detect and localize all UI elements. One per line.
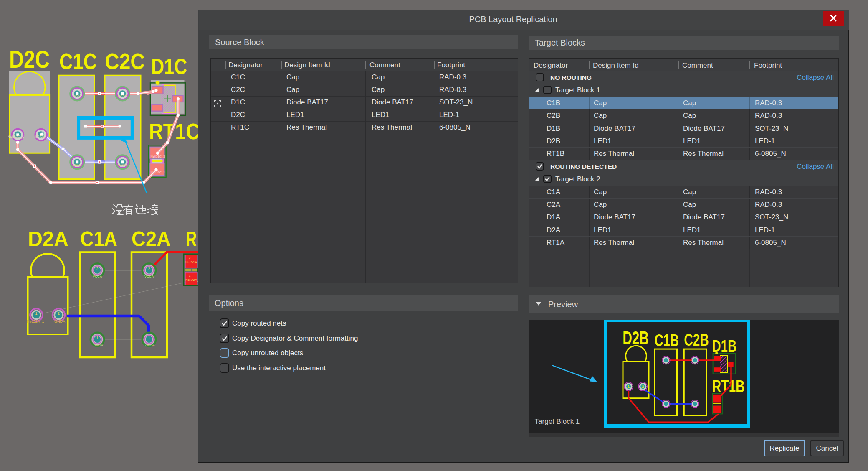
svg-text:1: 1 [628,384,630,389]
svg-text:D1C: D1C [151,54,187,79]
svg-text:GNDA: GNDA [94,344,104,347]
svg-text:Ne:D2A_: Ne:D2A_ [185,278,199,282]
svg-text:1: 1 [96,336,98,340]
svg-text:Target Block 1: Target Block 1 [535,418,580,425]
svg-text:RT1B: RT1B [712,377,745,395]
svg-text:NetD2C_1: NetD2C_1 [8,135,24,139]
svg-text:2: 2 [96,267,98,271]
svg-text:2: 2 [642,384,644,389]
svg-text:C1A: C1A [80,227,117,251]
svg-text:NetD1C_3: NetD1C_3 [151,155,165,158]
svg-text:2: 2 [189,256,191,260]
svg-text:2: 2 [58,311,60,316]
svg-text:GNDC: GNDC [35,135,46,139]
svg-text:VCCA: VCCA [93,275,102,278]
svg-text:D2C: D2C [9,46,50,73]
svg-text:GNDA: GNDA [145,344,155,347]
svg-text:Ne:D1A: Ne:D1A [185,260,197,264]
svg-text:R: R [186,227,197,251]
svg-text:C2C: C2C [105,49,145,74]
svg-text:GNDA: GNDA [54,319,65,323]
svg-text:C1B: C1B [655,331,679,349]
svg-text:C2B: C2B [684,331,709,349]
svg-text:C2A: C2A [132,227,171,251]
svg-text:D2A: D2A [28,227,68,251]
svg-text:1: 1 [35,311,37,316]
svg-text:1: 1 [189,274,191,278]
svg-text:D2B: D2B [623,328,649,348]
svg-text:1: 1 [156,165,158,168]
svg-text:VCCA: VCCA [144,275,154,278]
svg-text:2: 2 [148,267,150,271]
svg-text:C1C: C1C [59,49,97,74]
svg-text:NetD2A_1: NetD2A_1 [27,319,44,323]
svg-text:1: 1 [148,336,150,340]
